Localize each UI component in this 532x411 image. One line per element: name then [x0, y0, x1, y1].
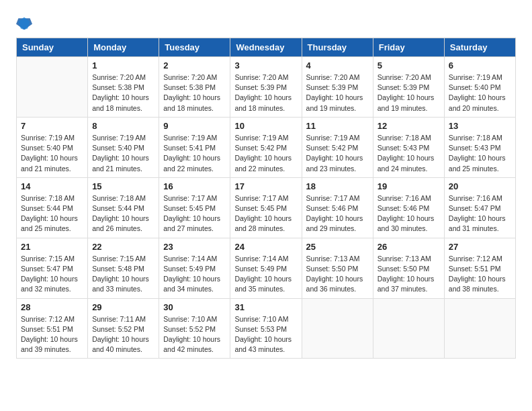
logo-icon	[16, 13, 32, 32]
calendar-cell: 10Sunrise: 7:19 AMSunset: 5:42 PMDayligh…	[230, 117, 302, 177]
logo	[16, 13, 35, 32]
calendar-cell: 14Sunrise: 7:18 AMSunset: 5:44 PMDayligh…	[17, 177, 88, 238]
calendar-cell: 31Sunrise: 7:10 AMSunset: 5:53 PMDayligh…	[230, 298, 302, 359]
day-number: 16	[163, 181, 226, 191]
day-number: 28	[21, 302, 83, 312]
day-info: Sunrise: 7:11 AMSunset: 5:52 PMDaylight:…	[92, 314, 154, 355]
day-info: Sunrise: 7:13 AMSunset: 5:50 PMDaylight:…	[378, 254, 440, 295]
calendar-cell	[302, 298, 373, 359]
day-number: 26	[378, 242, 440, 252]
calendar-cell: 15Sunrise: 7:18 AMSunset: 5:44 PMDayligh…	[88, 177, 159, 238]
calendar-cell: 23Sunrise: 7:14 AMSunset: 5:49 PMDayligh…	[159, 238, 230, 298]
day-number: 24	[234, 242, 297, 252]
calendar-cell: 4Sunrise: 7:20 AMSunset: 5:39 PMDaylight…	[302, 57, 373, 118]
calendar-cell: 8Sunrise: 7:19 AMSunset: 5:40 PMDaylight…	[88, 117, 159, 177]
day-number: 31	[234, 302, 297, 312]
day-info: Sunrise: 7:19 AMSunset: 5:42 PMDaylight:…	[234, 133, 297, 174]
calendar-cell: 29Sunrise: 7:11 AMSunset: 5:52 PMDayligh…	[88, 298, 159, 359]
column-header-monday: Monday	[88, 38, 159, 57]
column-header-thursday: Thursday	[302, 38, 373, 57]
day-number: 23	[163, 242, 226, 252]
column-header-wednesday: Wednesday	[230, 38, 302, 57]
day-number: 10	[234, 121, 297, 131]
day-number: 11	[306, 121, 369, 131]
day-number: 14	[21, 181, 83, 191]
day-number: 15	[92, 181, 154, 191]
calendar-table: SundayMondayTuesdayWednesdayThursdayFrid…	[16, 38, 516, 359]
calendar-cell: 11Sunrise: 7:19 AMSunset: 5:42 PMDayligh…	[302, 117, 373, 177]
day-number: 1	[92, 60, 154, 71]
calendar-cell: 7Sunrise: 7:19 AMSunset: 5:40 PMDaylight…	[17, 117, 88, 177]
calendar-cell: 19Sunrise: 7:16 AMSunset: 5:46 PMDayligh…	[373, 177, 444, 238]
calendar-cell: 3Sunrise: 7:20 AMSunset: 5:39 PMDaylight…	[230, 57, 302, 118]
day-info: Sunrise: 7:18 AMSunset: 5:44 PMDaylight:…	[21, 193, 83, 234]
day-info: Sunrise: 7:12 AMSunset: 5:51 PMDaylight:…	[21, 314, 83, 355]
day-info: Sunrise: 7:20 AMSunset: 5:39 PMDaylight:…	[234, 73, 297, 113]
day-number: 19	[378, 181, 440, 191]
day-info: Sunrise: 7:19 AMSunset: 5:42 PMDaylight:…	[306, 133, 369, 174]
day-info: Sunrise: 7:19 AMSunset: 5:40 PMDaylight:…	[92, 133, 154, 174]
day-info: Sunrise: 7:18 AMSunset: 5:44 PMDaylight:…	[92, 193, 154, 234]
calendar-cell: 5Sunrise: 7:20 AMSunset: 5:39 PMDaylight…	[373, 57, 444, 118]
column-header-tuesday: Tuesday	[159, 38, 230, 57]
day-number: 13	[449, 121, 511, 131]
calendar-header-row: SundayMondayTuesdayWednesdayThursdayFrid…	[17, 38, 516, 57]
day-info: Sunrise: 7:20 AMSunset: 5:38 PMDaylight:…	[92, 73, 154, 113]
calendar-cell: 9Sunrise: 7:19 AMSunset: 5:41 PMDaylight…	[159, 117, 230, 177]
day-number: 25	[306, 242, 369, 252]
day-number: 5	[378, 60, 440, 71]
day-info: Sunrise: 7:15 AMSunset: 5:47 PMDaylight:…	[21, 254, 83, 295]
day-number: 2	[163, 60, 226, 71]
calendar-week-row: 14Sunrise: 7:18 AMSunset: 5:44 PMDayligh…	[17, 177, 516, 238]
calendar-cell: 24Sunrise: 7:14 AMSunset: 5:49 PMDayligh…	[230, 238, 302, 298]
day-number: 21	[21, 242, 83, 252]
day-number: 27	[449, 242, 511, 252]
day-number: 20	[449, 181, 511, 191]
day-info: Sunrise: 7:17 AMSunset: 5:45 PMDaylight:…	[234, 193, 297, 234]
day-number: 22	[92, 242, 154, 252]
calendar-cell: 6Sunrise: 7:19 AMSunset: 5:40 PMDaylight…	[444, 57, 515, 118]
page-header	[16, 13, 516, 32]
column-header-sunday: Sunday	[17, 38, 88, 57]
day-info: Sunrise: 7:17 AMSunset: 5:45 PMDaylight:…	[163, 193, 226, 234]
calendar-cell: 27Sunrise: 7:12 AMSunset: 5:51 PMDayligh…	[444, 238, 515, 298]
calendar-week-row: 28Sunrise: 7:12 AMSunset: 5:51 PMDayligh…	[17, 298, 516, 359]
calendar-cell: 18Sunrise: 7:17 AMSunset: 5:46 PMDayligh…	[302, 177, 373, 238]
calendar-cell: 16Sunrise: 7:17 AMSunset: 5:45 PMDayligh…	[159, 177, 230, 238]
day-info: Sunrise: 7:20 AMSunset: 5:38 PMDaylight:…	[163, 73, 226, 113]
day-number: 7	[21, 121, 83, 131]
day-info: Sunrise: 7:20 AMSunset: 5:39 PMDaylight:…	[306, 73, 369, 113]
column-header-saturday: Saturday	[444, 38, 515, 57]
calendar-cell: 20Sunrise: 7:16 AMSunset: 5:47 PMDayligh…	[444, 177, 515, 238]
day-info: Sunrise: 7:19 AMSunset: 5:40 PMDaylight:…	[449, 73, 511, 113]
day-info: Sunrise: 7:14 AMSunset: 5:49 PMDaylight:…	[234, 254, 297, 295]
calendar-cell: 1Sunrise: 7:20 AMSunset: 5:38 PMDaylight…	[88, 57, 159, 118]
day-info: Sunrise: 7:17 AMSunset: 5:46 PMDaylight:…	[306, 193, 369, 234]
day-info: Sunrise: 7:15 AMSunset: 5:48 PMDaylight:…	[92, 254, 154, 295]
day-info: Sunrise: 7:19 AMSunset: 5:40 PMDaylight:…	[21, 133, 83, 174]
calendar-week-row: 7Sunrise: 7:19 AMSunset: 5:40 PMDaylight…	[17, 117, 516, 177]
day-number: 9	[163, 121, 226, 131]
day-info: Sunrise: 7:10 AMSunset: 5:53 PMDaylight:…	[234, 314, 297, 355]
calendar-cell: 21Sunrise: 7:15 AMSunset: 5:47 PMDayligh…	[17, 238, 88, 298]
calendar-cell	[17, 57, 88, 118]
day-info: Sunrise: 7:10 AMSunset: 5:52 PMDaylight:…	[163, 314, 226, 355]
calendar-cell	[373, 298, 444, 359]
calendar-week-row: 1Sunrise: 7:20 AMSunset: 5:38 PMDaylight…	[17, 57, 516, 118]
day-number: 17	[234, 181, 297, 191]
day-number: 29	[92, 302, 154, 312]
calendar-cell: 25Sunrise: 7:13 AMSunset: 5:50 PMDayligh…	[302, 238, 373, 298]
calendar-cell: 2Sunrise: 7:20 AMSunset: 5:38 PMDaylight…	[159, 57, 230, 118]
day-info: Sunrise: 7:18 AMSunset: 5:43 PMDaylight:…	[378, 133, 440, 174]
day-info: Sunrise: 7:16 AMSunset: 5:47 PMDaylight:…	[449, 193, 511, 234]
day-info: Sunrise: 7:13 AMSunset: 5:50 PMDaylight:…	[306, 254, 369, 295]
column-header-friday: Friday	[373, 38, 444, 57]
calendar-cell	[444, 298, 515, 359]
day-number: 18	[306, 181, 369, 191]
calendar-cell: 12Sunrise: 7:18 AMSunset: 5:43 PMDayligh…	[373, 117, 444, 177]
calendar-cell: 22Sunrise: 7:15 AMSunset: 5:48 PMDayligh…	[88, 238, 159, 298]
calendar-week-row: 21Sunrise: 7:15 AMSunset: 5:47 PMDayligh…	[17, 238, 516, 298]
day-number: 6	[449, 60, 511, 71]
calendar-cell: 26Sunrise: 7:13 AMSunset: 5:50 PMDayligh…	[373, 238, 444, 298]
calendar-cell: 17Sunrise: 7:17 AMSunset: 5:45 PMDayligh…	[230, 177, 302, 238]
